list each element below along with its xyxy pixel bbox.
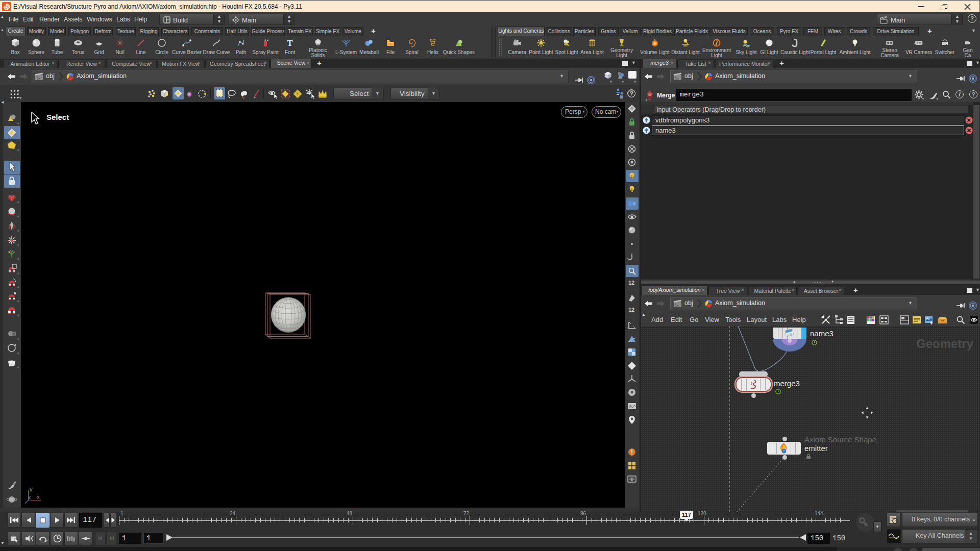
svg-text:x: x <box>37 494 40 500</box>
svg-text:y: y <box>30 486 33 492</box>
svg-text:z: z <box>28 494 31 500</box>
svg-text:T: T <box>287 38 293 48</box>
